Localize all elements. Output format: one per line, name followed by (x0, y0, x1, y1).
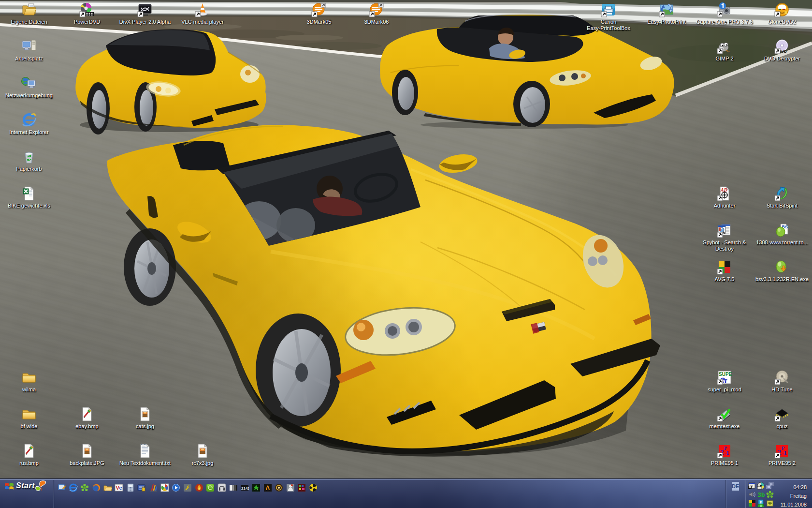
svg-text:2142: 2142 (241, 486, 249, 491)
svg-text:c: c (119, 485, 122, 491)
svg-text:3b: 3b (757, 492, 765, 498)
